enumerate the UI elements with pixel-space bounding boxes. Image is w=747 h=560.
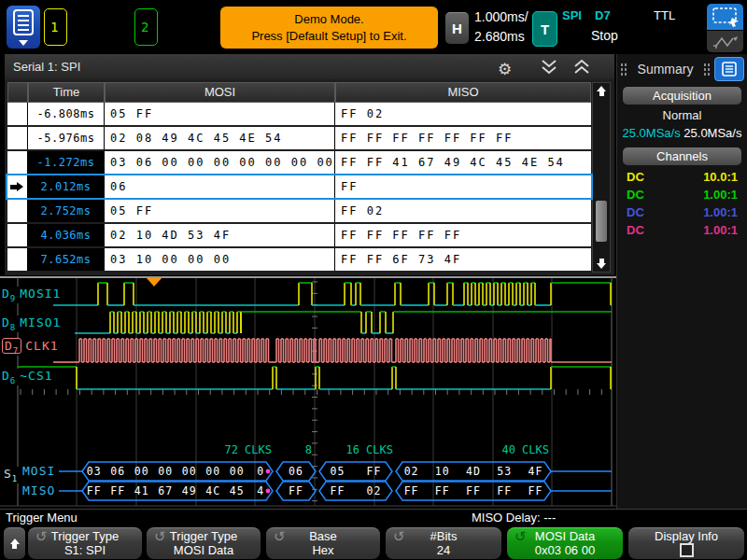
acquisition-section-button[interactable]: Acquisition [623,87,741,105]
svg-text:06: 06 [110,465,125,478]
digital-channel-number: D7 [2,338,21,354]
sidebar-menu-button[interactable] [714,57,744,81]
cell-time: 4.036ms [28,224,105,246]
oscilloscope-screen: 1 2 Demo Mode. Press [Default Setup] to … [0,0,747,560]
lane-label-clk1: D7CLK1 [2,339,63,356]
decode-table-body: -6.808ms05 FFFF 02-5.976ms02 08 49 4C 45… [7,103,591,273]
rotate-knob-icon: ↺ [274,528,286,545]
menu-back-softkey[interactable] [4,527,25,559]
row-marker-cell [7,224,28,246]
header-time: Time [28,82,105,103]
drag-grip-icon[interactable] [620,63,627,77]
svg-text:41: 41 [134,484,149,497]
softkey-mosi-data[interactable]: ↺MOSI Data0x03 06 00 [507,527,623,559]
svg-text:03: 03 [87,465,102,478]
softkey-display-info[interactable]: Display Info [628,527,744,559]
sample-rates: 25.0MSa/s 25.0MSa/s [617,124,747,142]
row-marker-cell [7,175,28,198]
row-marker-cell [7,103,28,125]
trigger-mode: SPI [562,8,582,22]
table-row[interactable]: -1.272ms03 06 00 00 00 00 00 00 00FF FF … [7,151,591,174]
channel-coupling: DC [627,186,644,203]
chevron-double-up-icon[interactable] [571,59,592,75]
svg-text:FF: FF [404,484,419,497]
cell-mosi: 03 06 00 00 00 00 00 00 00 [105,151,335,174]
digital-channel-number: D8 [2,315,16,329]
cell-time: -6.808ms [28,103,105,125]
trigger-button-label: T [541,21,549,37]
softkey-trigger-type[interactable]: ↺Trigger TypeS1: SPI [28,527,142,559]
gear-icon[interactable]: ⚙ [498,57,512,82]
horizontal-button[interactable]: H [445,12,469,44]
list-menu-icon [720,61,739,77]
rotate-knob-icon: ↺ [154,528,166,545]
table-scrollbar[interactable] [592,82,611,273]
svg-text:FF: FF [110,484,125,497]
svg-text:FF: FF [528,484,543,497]
svg-text:67: 67 [158,484,173,497]
lane-name: MOSI1 [20,287,61,301]
softkey-trigger-type[interactable]: ↺Trigger TypeMOSI Data [147,527,261,559]
chevron-double-down-icon[interactable] [539,59,559,75]
svg-text:00: 00 [205,465,220,478]
channel-2-button[interactable]: 2 [134,8,158,46]
table-row[interactable]: -6.808ms05 FFFF 02 [7,103,591,125]
channel-1-button[interactable]: 1 [44,8,67,46]
channel-probe-ratio: 1.00:1 [703,221,738,239]
cell-miso: FF 02 [335,200,591,222]
svg-text:00: 00 [182,465,197,478]
cell-time: 2.012ms [28,175,105,198]
main-menu-button[interactable] [7,6,40,49]
display-info-checkbox[interactable] [680,543,694,557]
table-row[interactable]: 2.752ms05 FFFF 02 [7,200,591,222]
cell-time: -5.976ms [28,127,105,149]
svg-text:02: 02 [404,465,419,478]
scroll-down-icon [596,258,607,269]
trigger-button[interactable]: T [532,11,557,47]
svg-text:FF: FF [435,484,450,497]
run-state: Stop [591,28,618,43]
svg-text:45: 45 [230,484,245,497]
svg-text:FF: FF [87,484,102,497]
zoom-region-button[interactable] [707,4,743,30]
digital-channel-number: D9 [2,287,16,301]
acquisition-mode: Normal [617,106,747,124]
svg-text:40 CLKS: 40 CLKS [501,443,549,456]
zoom-select-icon [712,7,740,27]
table-row[interactable]: 2.012ms06FF [7,175,591,198]
up-arrow-icon [9,539,21,550]
cell-time: 7.652ms [28,248,105,271]
header-mosi: MOSI [105,82,335,103]
table-row[interactable]: 4.036ms02 10 4D 53 4FFF FF FF FF FF [7,224,591,246]
summary-sidebar: Summary Acquisition Normal 25.0MSa/s 25.… [616,54,747,509]
table-header-row: Time MOSI MISO [7,82,591,103]
channel-probe-ratio: 10.0:1 [703,168,738,186]
drag-grip-icon[interactable] [703,63,711,77]
channel-summary-row: DC1.00:1 [617,186,747,203]
softkey-base[interactable]: ↺BaseHex [266,527,380,559]
svg-text:FF: FF [331,484,345,497]
table-row[interactable]: -5.976ms02 08 49 4C 45 4E 54FF FF FF FF … [7,127,591,149]
scroll-up-button[interactable] [594,83,609,100]
channel-summary-row: DC1.00:1 [617,203,747,221]
trigger-level: TTL [654,8,675,22]
channels-section-button[interactable]: Channels [623,147,741,165]
cell-miso: FF [335,175,591,198]
rotate-knob-icon: ↺ [35,528,48,545]
pan-zoom-button[interactable] [707,31,743,52]
timebase-scale: 1.000ms/ [474,7,529,27]
table-row[interactable]: 7.652ms03 10 00 00 00FF FF 6F 73 4F [7,248,591,271]
svg-text:4F: 4F [528,465,543,478]
svg-text:00: 00 [158,465,173,478]
softkey-line2: 24 [386,543,501,557]
scroll-down-button[interactable] [594,255,609,272]
row-marker-cell [7,248,28,271]
svg-text:53: 53 [497,465,512,478]
waveform-display[interactable]: 030600000000000FFFF4167494C45406FF05FFFF… [0,276,616,508]
scrollbar-thumb[interactable] [596,201,607,242]
softkey-line1: Display Info [628,529,744,543]
sidebar-header[interactable]: Summary [617,54,747,84]
channel-coupling: DC [627,203,644,221]
serial-window-title-bar[interactable]: Serial 1: SPI ⚙ [5,54,614,79]
softkey--bits[interactable]: ↺#Bits24 [386,527,501,559]
